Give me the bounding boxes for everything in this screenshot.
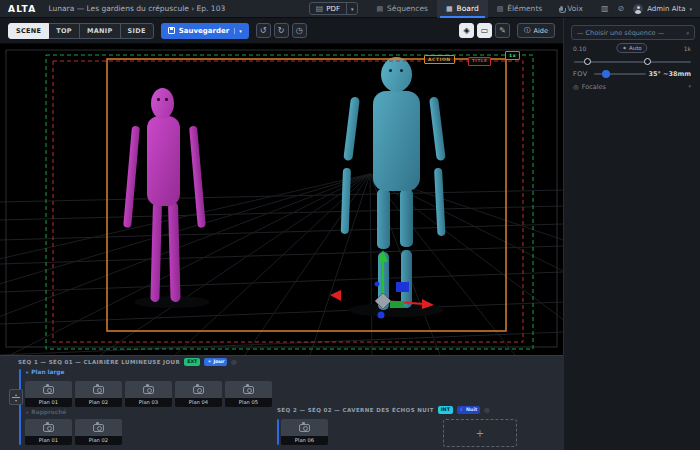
- moon-icon: ☾: [460, 406, 464, 414]
- pdf-label: PDF: [326, 5, 340, 13]
- view-button-top[interactable]: TOP: [48, 23, 80, 39]
- help-button[interactable]: ⓘ Aide: [517, 23, 555, 38]
- scene-viewport[interactable]: ACTION TITLE 1x: [0, 44, 563, 355]
- group-plan-large[interactable]: ▾ Plan large: [26, 369, 64, 375]
- tab-elements[interactable]: ▧ Éléments: [488, 0, 552, 18]
- sun-icon: ☀: [207, 358, 211, 366]
- viewport-toolbar: SCENE TOP MANIP SIDE Sauvegarder ▾ ↺ ↻ ◷…: [0, 18, 563, 44]
- camera-icon: [299, 424, 310, 432]
- sequence-select[interactable]: — Choisir une séquence — ▾: [571, 25, 695, 40]
- action-safe-label: ACTION: [424, 55, 455, 64]
- shot-card[interactable]: Plan 02: [75, 381, 122, 407]
- shot-card-selected[interactable]: Plan 06: [281, 419, 328, 445]
- user-menu-caret: ▾: [689, 6, 692, 12]
- redo-icon: ↻: [278, 26, 285, 35]
- history-button[interactable]: ◷: [292, 23, 307, 38]
- save-dropdown-caret[interactable]: ▾: [234, 28, 242, 34]
- seq1-header[interactable]: SÉQ 1 — SÉQ 01 — CLAIRIÈRE LUMINEUSE JOU…: [18, 358, 237, 366]
- user-menu[interactable]: Admin Alta ▾: [633, 4, 692, 14]
- frame-tool-button[interactable]: ▭: [477, 23, 492, 38]
- caret-down-icon: ▾: [15, 399, 17, 402]
- gizmo-y-arrow: [378, 250, 388, 262]
- green-safe-frame: [46, 55, 533, 349]
- red-safe-frame: [53, 61, 523, 342]
- caret-down-icon: ▾: [26, 410, 28, 415]
- camera-icon: [243, 386, 254, 394]
- frame-icon: ▭: [481, 26, 489, 35]
- seq1-title: SÉQ 1 — SÉQ 01 — CLAIRIÈRE LUMINEUSE JOU…: [18, 359, 180, 365]
- inspector-panel: — Choisir une séquence — ▾ 0.10 1k ✦ Aut…: [563, 18, 700, 450]
- sequences-icon: ▤: [376, 5, 383, 13]
- camera-icon: [93, 424, 104, 432]
- camera-icon: [43, 386, 54, 394]
- app-window: ALTA Lunara — Les gardiens du crépuscule…: [0, 0, 700, 450]
- seq2-int-badge: INT: [438, 406, 453, 414]
- lens-icon: ◎: [573, 83, 579, 91]
- auto-range-button[interactable]: ✦ Auto: [616, 43, 647, 53]
- pdf-export-button[interactable]: ▤PDF ▾: [309, 2, 359, 15]
- fov-label: FOV: [573, 70, 588, 78]
- user-name: Admin Alta: [647, 5, 685, 13]
- seq1-accent-line: [19, 369, 21, 445]
- range-handle-max[interactable]: [644, 58, 651, 65]
- tab-voice[interactable]: Voix: [551, 0, 592, 18]
- view-button-manip[interactable]: MANIP: [79, 23, 121, 39]
- gizmo-x-arrow: [422, 299, 434, 309]
- focales-section-header[interactable]: ◎ Focales: [573, 83, 606, 91]
- redo-button[interactable]: ↻: [274, 23, 289, 38]
- tab-board[interactable]: ▦ Board: [437, 0, 488, 18]
- save-button[interactable]: Sauvegarder ▾: [161, 23, 249, 39]
- gizmo-plane-xy: [396, 282, 409, 292]
- board-resize-handle[interactable]: ▴▾: [9, 389, 23, 405]
- shot-card[interactable]: Plan 05: [225, 381, 272, 407]
- elements-icon: ▧: [497, 5, 504, 13]
- microphone-icon: [560, 6, 563, 11]
- camera-icon: [143, 386, 154, 394]
- range-handle-min[interactable]: [584, 58, 591, 65]
- pdf-dropdown-caret[interactable]: ▾: [346, 3, 358, 14]
- offline-status-icon: ⊘: [617, 5, 624, 13]
- translate-gizmo[interactable]: [330, 250, 434, 319]
- add-shot-button[interactable]: +: [443, 419, 517, 447]
- spark-icon: ✦: [622, 45, 627, 51]
- gizmo-center-handle: [375, 293, 391, 309]
- gizmo-x-negative-arrow: [330, 290, 341, 301]
- plus-icon: +: [476, 428, 484, 439]
- range-slider-track[interactable]: [574, 61, 691, 63]
- seq2-title: SÉQ 2 — SÉQ 02 — CAVERNE DES ÉCHOS NUIT: [277, 407, 434, 413]
- save-icon: [168, 27, 175, 34]
- top-bar: ALTA Lunara — Les gardiens du crépuscule…: [0, 0, 700, 18]
- user-avatar: [633, 4, 643, 14]
- fov-value: 35° ~38mm: [648, 70, 691, 78]
- seq1-ext-badge: EXT: [184, 358, 200, 366]
- fov-slider-handle[interactable]: [602, 70, 610, 78]
- seq2-selected-accent: [277, 419, 279, 445]
- pencil-tool-button[interactable]: ✎: [495, 23, 510, 38]
- orange-camera-frame: [107, 59, 506, 331]
- seq1-time-badge: ☀Jour: [204, 358, 227, 366]
- tag-icon: ◈: [464, 26, 470, 35]
- zoom-level-badge: 1x: [505, 51, 520, 60]
- seq1-info-icon[interactable]: ◎: [231, 359, 236, 365]
- shot-card[interactable]: Plan 04: [175, 381, 222, 407]
- notes-icon[interactable]: ▥: [601, 5, 609, 13]
- main-nav: ▤ Séquences ▦ Board ▧ Éléments Voix: [367, 0, 591, 18]
- tab-sequences[interactable]: ▤ Séquences: [367, 0, 437, 18]
- caret-down-icon: ▾: [26, 370, 28, 375]
- camera-frames-overlay: [0, 44, 563, 355]
- view-button-scene[interactable]: SCENE: [8, 23, 49, 39]
- title-safe-label: TITLE: [468, 57, 491, 66]
- group-rapproche[interactable]: ▾ Rapproché: [26, 409, 66, 415]
- shot-card[interactable]: Plan 03: [125, 381, 172, 407]
- view-button-side[interactable]: SIDE: [120, 23, 154, 39]
- pencil-icon: ✎: [499, 26, 506, 35]
- chevron-down-icon: ▾: [686, 30, 689, 36]
- shot-card[interactable]: Plan 02: [75, 419, 122, 445]
- seq2-time-badge: ☾Nuit: [457, 406, 480, 414]
- shot-card[interactable]: Plan 01: [25, 419, 72, 445]
- undo-button[interactable]: ↺: [256, 23, 271, 38]
- tag-tool-button[interactable]: ◈: [459, 23, 474, 38]
- seq2-info-icon[interactable]: ◎: [484, 407, 489, 413]
- seq2-header[interactable]: SÉQ 2 — SÉQ 02 — CAVERNE DES ÉCHOS NUIT …: [277, 406, 490, 414]
- shot-card[interactable]: Plan 01: [25, 381, 72, 407]
